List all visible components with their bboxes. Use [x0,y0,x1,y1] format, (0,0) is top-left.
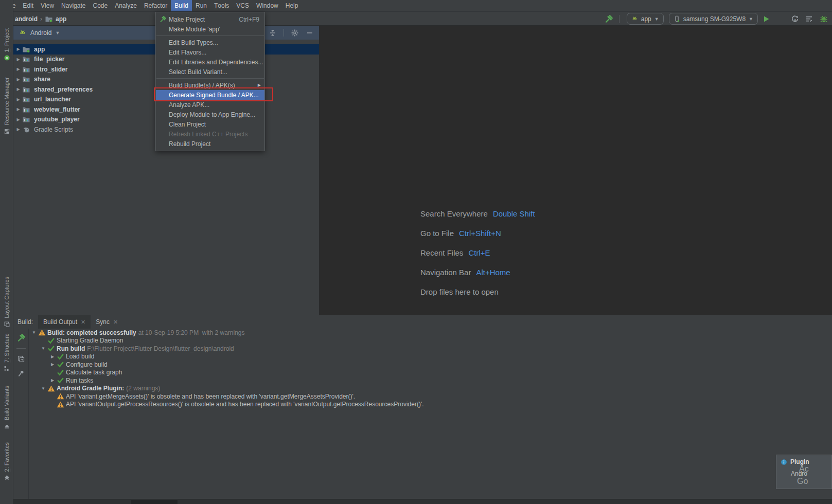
tree-item-label: intro_slider [34,66,67,73]
tool-window-button-7-structure[interactable]: 7: Structure [0,333,13,372]
tool-window-button-1-project[interactable]: 1: Project [0,28,13,61]
menu-window[interactable]: Window [253,0,282,11]
menu-item-analyze-apk[interactable]: Analyze APK... [156,100,264,110]
menu-run[interactable]: Run [192,0,210,11]
notification-clipped-text: Go [797,477,808,486]
toolbar-separator [619,15,619,23]
expander-right-icon[interactable]: ▶ [48,362,57,367]
run-button[interactable] [760,13,772,25]
android-studio-window: FileEditViewNavigateCodeAnalyzeRefactorB… [0,0,832,504]
expand-chevron-icon[interactable]: ▶ [15,97,22,102]
tool-window-button-resource-manager[interactable]: Resource Manager [0,77,13,135]
expand-chevron-icon[interactable]: ▶ [15,77,22,82]
hint-go-to-file: Go to FileCtrl+Shift+N [420,223,535,243]
check-icon [57,377,64,384]
build-variants-icon [4,423,10,429]
menu-code[interactable]: Code [89,0,111,11]
profiler-icon [805,15,813,23]
menu-help[interactable]: Help [282,0,302,11]
tab-sync[interactable]: Sync✕ [91,315,123,329]
expand-chevron-icon[interactable]: ▶ [15,47,22,51]
menu-item-build-bundle-s-apk-s[interactable]: Build Bundle(s) / APK(s)▶ [156,80,264,90]
apply-changes-button[interactable]: A [789,13,801,25]
menu-edit[interactable]: Edit [19,0,37,11]
expand-chevron-icon[interactable]: ▶ [15,117,22,122]
menu-item-shortcut: Ctrl+F9 [239,16,264,23]
menu-item-refresh-linked-c-projects[interactable]: Refresh Linked C++ Projects [156,129,264,139]
hide-panel-icon[interactable] [306,29,314,37]
export-log-icon[interactable] [17,355,25,363]
rerun-build-icon[interactable] [17,334,25,342]
play-icon [762,15,770,23]
menu-item-deploy-module-to-app-engine[interactable]: Deploy Module to App Engine... [156,110,264,119]
tool-window-button-build-variants[interactable]: Build Variants [0,386,13,429]
warning-icon [38,329,46,336]
run-config-select[interactable]: app ▼ [627,13,664,25]
menu-item-label: Select Build Variant... [169,68,264,76]
build-hammer-button[interactable] [603,13,614,25]
tab-label: Build Output [43,318,77,326]
expand-chevron-icon[interactable]: ▶ [15,107,22,112]
breadcrumb-app[interactable]: app [45,15,66,23]
check-icon [47,345,55,352]
close-tab-icon[interactable]: ✕ [113,319,118,326]
menu-analyze[interactable]: Analyze [111,0,140,11]
menu-item-make-project[interactable]: Make ProjectCtrl+F9 [156,14,264,24]
notification-balloon[interactable]: Plugin Ac Andro Go [776,455,832,489]
expander-down-icon[interactable]: ▼ [39,386,47,391]
layout-captures-icon [4,321,10,328]
hint-navigation-bar: Navigation BarAlt+Home [420,262,535,282]
menu-item-make-module-app[interactable]: Make Module 'app' [156,24,264,34]
menu-item-generate-signed-bundle-apk[interactable]: Generate Signed Bundle / APK... [156,90,264,100]
expander-right-icon[interactable]: ▶ [48,378,57,383]
hint-drop-files-here-to-open: Drop files here to open [420,282,535,301]
apply-changes-icon: A [791,15,799,23]
expand-chevron-icon[interactable]: ▶ [15,87,22,92]
collapse-all-icon[interactable] [269,29,277,37]
tool-window-button-2-favorites[interactable]: 2: Favorites [0,442,13,481]
run-toolbar: app ▼ samsung SM-G925W8 ▼ A [603,12,829,26]
log-text: Calculate task graph [66,369,122,376]
expander-down-icon[interactable]: ▼ [30,330,38,335]
menu-item-rebuild-project[interactable]: Rebuild Project [156,139,264,149]
expander-down-icon[interactable]: ▼ [39,346,47,351]
profile-button[interactable] [804,13,815,25]
hint-label: Search Everywhere [420,209,488,218]
folder-app-icon [22,45,30,53]
hint-recent-files: Recent FilesCtrl+E [420,243,535,262]
menu-separator [156,34,264,38]
chevron-down-icon[interactable]: ▼ [55,30,60,35]
expand-chevron-icon[interactable]: ▶ [15,127,22,132]
menu-item-label: Build Bundle(s) / APK(s) [169,82,258,89]
close-tab-icon[interactable]: ✕ [81,319,85,326]
gear-icon[interactable] [291,29,299,37]
menu-tools[interactable]: Tools [210,0,233,11]
tool-window-button-label: 1: Project [4,28,10,52]
menu-refactor[interactable]: Refactor [140,0,171,11]
menu-build[interactable]: Build [171,0,192,11]
device-select[interactable]: samsung SM-G925W8 ▼ [669,13,758,25]
menu-item-edit-build-types[interactable]: Edit Build Types... [156,38,264,47]
menu-item-label: Generate Signed Bundle / APK... [169,92,264,99]
expand-chevron-icon[interactable]: ▶ [15,67,22,71]
menu-navigate[interactable]: Navigate [58,0,89,11]
editor-area: Search EverywhereDouble ShiftGo to FileC… [320,26,832,315]
check-icon [57,361,64,368]
project-view-selector[interactable]: Android [30,29,51,37]
chevron-down-icon: ▼ [749,16,753,22]
menu-view[interactable]: View [37,0,58,11]
tool-window-button-layout-captures[interactable]: Layout Captures [0,277,13,328]
menu-item-clean-project[interactable]: Clean Project [156,119,264,129]
pin-icon[interactable] [17,369,25,377]
menu-item-edit-flavors[interactable]: Edit Flavors... [156,47,264,57]
menu-item-select-build-variant[interactable]: Select Build Variant... [156,67,264,77]
menu-item-edit-libraries-and-dependencies[interactable]: Edit Libraries and Dependencies... [156,57,264,67]
menu-vcs[interactable]: VCS [233,0,253,11]
debug-button[interactable] [818,13,829,25]
status-bar [0,499,832,504]
tree-item-label: url_launcher [34,96,71,103]
expander-right-icon[interactable]: ▶ [48,354,57,359]
check-icon [57,353,64,360]
tab-build-output[interactable]: Build Output✕ [38,315,91,329]
expand-chevron-icon[interactable]: ▶ [15,57,22,62]
